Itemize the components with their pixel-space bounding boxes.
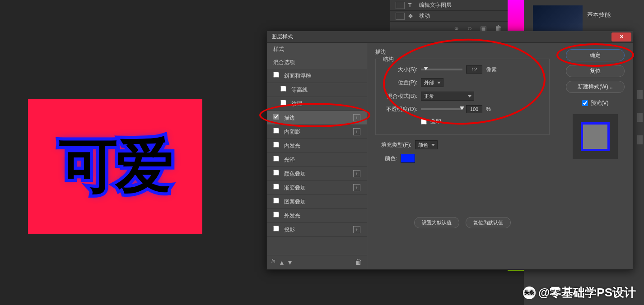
arrow-up-icon[interactable]: ▴ [280, 258, 284, 267]
canvas-text: 可爱 [59, 127, 171, 206]
blend-mode-label: 混合模式(B): [381, 92, 417, 100]
layer-style-dialog: 图层样式 ✕ 样式 混合选项 斜面和浮雕 等高线 纹理 描边+ 内阴影+ 内发光… [266, 31, 633, 270]
position-dropdown[interactable]: 外部 [421, 78, 443, 87]
dialog-right-column: 确定 复位 新建样式(W)... 预览(V) [558, 43, 633, 269]
blend-mode-dropdown[interactable]: 正常 [421, 92, 474, 101]
color-swatch[interactable] [401, 154, 415, 163]
ok-button[interactable]: 确定 [566, 49, 625, 61]
style-gradient-overlay[interactable]: 渐变叠加+ [267, 181, 367, 195]
structure-fieldset: 结构 大小(S): 像素 位置(P): 外部 混合模式(B): 正常 不透明度(… [375, 59, 550, 135]
bg-menu-item-2[interactable]: ✥ 移动 [390, 11, 509, 22]
style-outer-glow[interactable]: 外发光 [267, 209, 367, 223]
preview-label: 预览(V) [591, 99, 609, 107]
add-icon[interactable]: + [353, 114, 360, 121]
overprint-label: 叠印 [430, 118, 441, 125]
move-icon: ✥ [408, 13, 416, 19]
canvas-preview: 可爱 [28, 99, 202, 234]
reset-default-button[interactable]: 复位为默认值 [466, 217, 511, 228]
size-input[interactable] [466, 65, 482, 74]
layer-icon [396, 13, 405, 20]
section-title: 描边 [375, 48, 550, 56]
style-stroke[interactable]: 描边+ [267, 111, 367, 125]
size-unit: 像素 [486, 66, 497, 74]
structure-legend: 结构 [380, 55, 397, 63]
trash-icon[interactable]: 🗑 [355, 258, 362, 267]
add-icon[interactable]: + [353, 128, 360, 135]
fx-label[interactable]: fx [271, 258, 275, 267]
size-slider[interactable] [421, 69, 462, 70]
partial-text [581, 0, 644, 9]
style-texture[interactable]: 纹理 [267, 97, 367, 111]
style-satin[interactable]: 光泽 [267, 153, 367, 167]
watermark-text: @零基础学PS设计 [538, 285, 636, 300]
tab-icon[interactable] [637, 135, 643, 144]
style-inner-shadow[interactable]: 内阴影+ [267, 125, 367, 139]
preview-checkbox[interactable] [582, 100, 588, 106]
type-icon: T [408, 2, 416, 9]
bg-menu-panel: T 编辑文字图层 ✥ 移动 ⚭ ○ ▣ 🗑 [390, 0, 509, 32]
add-icon[interactable]: + [353, 226, 360, 233]
close-button[interactable]: ✕ [611, 32, 631, 42]
style-contour[interactable]: 等高线 [267, 83, 367, 97]
preview-box [573, 114, 618, 159]
stroke-settings: 描边 结构 大小(S): 像素 位置(P): 外部 混合模式(B): 正常 [367, 43, 558, 269]
overprint-checkbox[interactable] [421, 119, 427, 125]
tab-icon[interactable] [637, 90, 643, 99]
cancel-button[interactable]: 复位 [566, 65, 625, 77]
new-style-button[interactable]: 新建样式(W)... [566, 81, 625, 93]
style-bevel[interactable]: 斜面和浮雕 [267, 69, 367, 83]
bg-menu-label: 移动 [419, 12, 430, 20]
add-icon[interactable]: + [353, 170, 360, 177]
styles-header[interactable]: 样式 [267, 43, 367, 56]
arrow-down-icon[interactable]: ▾ [288, 258, 292, 267]
size-label: 大小(S): [381, 66, 417, 74]
style-drop-shadow[interactable]: 投影+ [267, 223, 367, 237]
style-color-overlay[interactable]: 颜色叠加+ [267, 167, 367, 181]
opacity-label: 不透明度(O): [381, 106, 417, 113]
opacity-input[interactable] [466, 105, 482, 113]
fill-type-dropdown[interactable]: 颜色 [415, 140, 438, 149]
layer-icon [396, 2, 405, 9]
style-list: 样式 混合选项 斜面和浮雕 等高线 纹理 描边+ 内阴影+ 内发光 光泽 颜色叠… [267, 43, 367, 269]
fill-type-label: 填充类型(F): [375, 141, 411, 149]
set-default-button[interactable]: 设置为默认值 [414, 217, 459, 228]
position-label: 位置(P): [381, 79, 417, 87]
color-label: 颜色: [375, 155, 397, 162]
opacity-unit: % [486, 106, 491, 112]
bg-menu-label: 编辑文字图层 [419, 1, 452, 9]
dialog-title: 图层样式 [271, 33, 293, 41]
watermark: 头条 @零基础学PS设计 [523, 285, 636, 300]
add-icon[interactable]: + [353, 184, 360, 191]
style-inner-glow[interactable]: 内发光 [267, 139, 367, 153]
style-pattern-overlay[interactable]: 图案叠加 [267, 195, 367, 209]
watermark-logo: 头条 [523, 287, 536, 299]
far-right-tabs [636, 86, 644, 221]
right-panel-title: 基本技能 [587, 11, 611, 19]
blend-options[interactable]: 混合选项 [267, 56, 367, 69]
preview-swatch [581, 122, 610, 151]
tab-icon[interactable] [637, 113, 643, 122]
opacity-slider[interactable] [421, 108, 462, 110]
fx-footer: fx ▴ ▾ 🗑 [267, 255, 367, 269]
bg-menu-item-1[interactable]: T 编辑文字图层 [390, 0, 509, 11]
dialog-titlebar[interactable]: 图层样式 ✕ [267, 31, 633, 43]
